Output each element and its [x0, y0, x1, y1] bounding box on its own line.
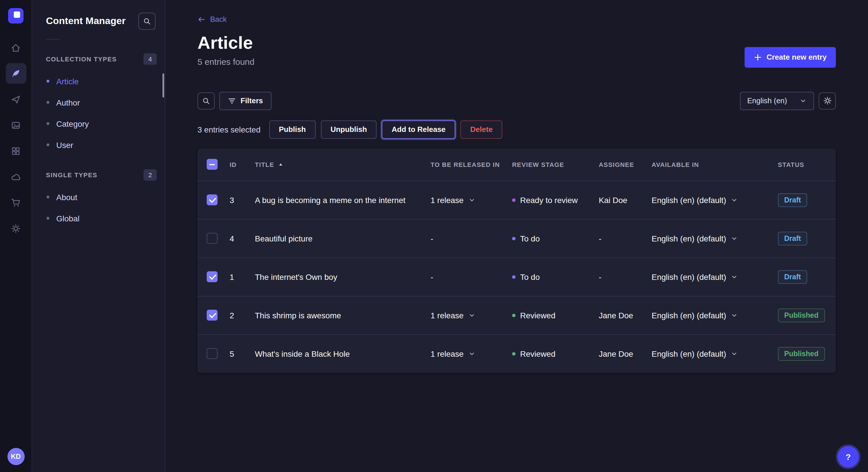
- cell-locale[interactable]: English (en) (default): [652, 310, 778, 320]
- cell-title: A bug is becoming a meme on the internet: [255, 195, 431, 204]
- table-row[interactable]: 1 The internet's Own boy - To do - Engli…: [197, 257, 836, 296]
- table-row[interactable]: 3 A bug is becoming a meme on the intern…: [197, 180, 836, 219]
- cell-title: This shrimp is awesome: [255, 310, 431, 320]
- column-header-review-stage[interactable]: REVIEW STAGE: [512, 161, 599, 168]
- stage-dot-icon: [512, 275, 516, 278]
- cell-locale[interactable]: English (en) (default): [652, 349, 778, 358]
- cell-locale[interactable]: English (en) (default): [652, 234, 778, 243]
- cell-release[interactable]: 1 release: [431, 310, 512, 320]
- sidebar-title: Content Manager: [46, 15, 126, 27]
- chevron-down-icon[interactable]: [731, 350, 738, 357]
- stage-dot-icon: [512, 237, 516, 240]
- sidebar-item-user[interactable]: User: [32, 134, 165, 156]
- table-row[interactable]: 5 What's inside a Black Hole 1 release R…: [197, 334, 836, 372]
- chevron-down-icon[interactable]: [468, 350, 475, 357]
- user-avatar[interactable]: KD: [7, 448, 24, 465]
- stage-dot-icon: [512, 198, 516, 202]
- status-badge: Draft: [778, 193, 807, 207]
- cell-title: The internet's Own boy: [255, 272, 431, 281]
- table-header-row: ID TITLE TO BE RELEASED IN REVIEW STAGE …: [197, 148, 836, 180]
- main-nav-rail: KD: [0, 0, 32, 472]
- sidebar-item-article[interactable]: Article: [32, 71, 165, 92]
- scrollbar-thumb[interactable]: [162, 73, 164, 98]
- back-link[interactable]: Back: [197, 15, 227, 24]
- filter-icon: [228, 97, 236, 105]
- strapi-logo-icon[interactable]: [8, 8, 24, 24]
- content-manager-icon[interactable]: [5, 63, 26, 84]
- sidebar-search-button[interactable]: [138, 12, 156, 30]
- column-header-release[interactable]: TO BE RELEASED IN: [431, 161, 512, 168]
- row-checkbox[interactable]: [207, 194, 218, 205]
- single-types-section: SINGLE TYPES 2 About Global: [32, 169, 165, 229]
- cell-id: 4: [229, 234, 255, 243]
- cell-title: Beautiful picture: [255, 234, 431, 243]
- publish-button[interactable]: Publish: [269, 120, 315, 138]
- cell-locale[interactable]: English (en) (default): [652, 195, 778, 204]
- bullet-icon: [46, 122, 50, 125]
- chevron-down-icon[interactable]: [468, 312, 475, 318]
- select-all-checkbox[interactable]: [207, 159, 218, 170]
- cell-id: 3: [229, 195, 255, 204]
- chevron-down-icon[interactable]: [731, 196, 738, 203]
- row-checkbox[interactable]: [207, 271, 218, 282]
- search-button[interactable]: [197, 92, 215, 109]
- chevron-down-icon[interactable]: [731, 312, 738, 318]
- marketplace-icon[interactable]: [5, 192, 26, 213]
- content-manager-sidebar: Content Manager COLLECTION TYPES 4 Artic…: [32, 0, 165, 472]
- cell-release[interactable]: 1 release: [431, 349, 512, 358]
- status-badge: Published: [778, 308, 825, 322]
- page-header: Article 5 entries found: [197, 33, 255, 67]
- cell-review-stage: To do: [512, 234, 599, 243]
- unpublish-button[interactable]: Unpublish: [321, 120, 377, 138]
- arrow-left-icon: [197, 15, 206, 23]
- sidebar-item-category[interactable]: Category: [32, 113, 165, 134]
- column-header-title[interactable]: TITLE: [255, 161, 431, 168]
- selection-bar: 3 entries selected Publish Unpublish Add…: [197, 120, 836, 138]
- view-settings-button[interactable]: [818, 92, 836, 109]
- cell-assignee: Jane Doe: [599, 349, 652, 358]
- cell-locale[interactable]: English (en) (default): [652, 272, 778, 281]
- table-row[interactable]: 4 Beautiful picture - To do - English (e…: [197, 219, 836, 257]
- table-row[interactable]: 2 This shrimp is awesome 1 release Revie…: [197, 296, 836, 334]
- app-root: KD Content Manager COLLECTION TYPES 4 Ar…: [0, 0, 868, 472]
- chevron-down-icon[interactable]: [468, 196, 475, 203]
- row-checkbox[interactable]: [207, 310, 218, 321]
- column-header-status[interactable]: STATUS: [778, 161, 836, 168]
- cell-id: 1: [229, 272, 255, 281]
- sort-asc-icon: [278, 162, 283, 167]
- plus-icon: [754, 53, 762, 61]
- section-count-badge: 2: [144, 169, 157, 181]
- cell-assignee: -: [599, 234, 652, 243]
- locale-select[interactable]: English (en): [740, 92, 814, 110]
- sidebar-item-author[interactable]: Author: [32, 92, 165, 113]
- toolbar: Filters English (en): [197, 92, 836, 110]
- media-library-icon[interactable]: [5, 115, 26, 135]
- content-type-builder-icon[interactable]: [5, 140, 26, 161]
- filters-button[interactable]: Filters: [219, 92, 272, 110]
- home-icon[interactable]: [5, 37, 26, 58]
- column-header-available-in[interactable]: AVAILABLE IN: [652, 161, 778, 168]
- cell-release[interactable]: -: [431, 272, 512, 281]
- chevron-down-icon[interactable]: [731, 235, 738, 242]
- help-button[interactable]: ?: [838, 446, 859, 467]
- chevron-down-icon: [800, 97, 807, 104]
- add-to-release-button[interactable]: Add to Release: [382, 120, 455, 138]
- delete-button[interactable]: Delete: [460, 120, 502, 138]
- cloud-icon[interactable]: [5, 166, 26, 187]
- settings-icon[interactable]: [5, 218, 26, 239]
- row-checkbox[interactable]: [207, 348, 218, 359]
- sidebar-item-about[interactable]: About: [32, 187, 165, 208]
- bullet-icon: [46, 196, 50, 198]
- page-title: Article: [197, 33, 255, 53]
- cell-release[interactable]: -: [431, 234, 512, 243]
- chevron-down-icon[interactable]: [731, 273, 738, 280]
- column-header-assignee[interactable]: ASSIGNEE: [599, 161, 652, 168]
- column-header-id[interactable]: ID: [229, 161, 255, 168]
- row-checkbox[interactable]: [207, 233, 218, 244]
- cell-release[interactable]: 1 release: [431, 195, 512, 204]
- create-entry-button[interactable]: Create new entry: [745, 47, 836, 67]
- releases-icon[interactable]: [5, 89, 26, 109]
- sidebar-item-global[interactable]: Global: [32, 208, 165, 229]
- cell-review-stage: Ready to review: [512, 195, 599, 204]
- cell-id: 2: [229, 310, 255, 320]
